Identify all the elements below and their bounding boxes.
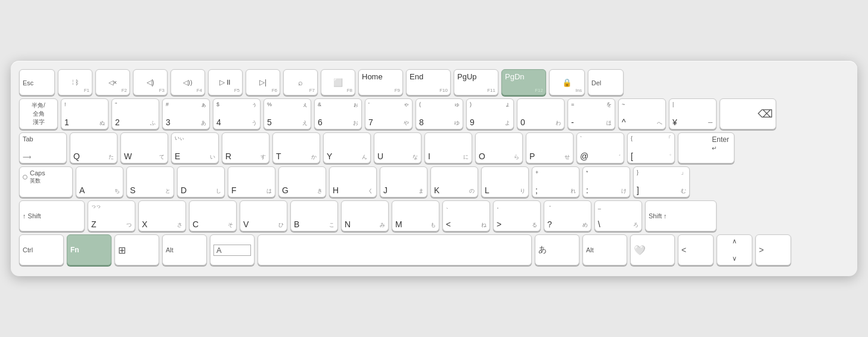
key-h[interactable]: H く [329, 166, 377, 197]
key-8[interactable]: (ゅ 8 ゆ [416, 98, 463, 129]
key-sub: ら [514, 154, 519, 160]
key-ins[interactable]: 🔒 Ins [549, 69, 585, 95]
key-i[interactable]: I に [424, 132, 472, 163]
key-esc[interactable]: Esc [19, 69, 55, 95]
key-z[interactable]: っっ Z つ [88, 200, 135, 231]
key-sub: や [404, 120, 409, 126]
key-sub: つ [126, 222, 132, 228]
key-p[interactable]: P せ [526, 132, 574, 163]
key-9[interactable]: )ょ 9 よ [466, 98, 514, 129]
key-colon[interactable]: * : け [582, 166, 630, 197]
key-fn-label: F7 [309, 88, 315, 93]
key-0[interactable]: 0 わ [517, 98, 565, 129]
key-f[interactable]: F は [228, 166, 275, 197]
key-heart[interactable]: 🤍 [630, 234, 675, 265]
key-r[interactable]: R す [222, 132, 269, 163]
key-6[interactable]: &ぉ 6 お [314, 98, 362, 129]
key-q[interactable]: Q た [70, 132, 117, 163]
key-pgdn[interactable]: PgDn F12 [501, 69, 546, 95]
key-hankaku[interactable]: 半角/全角漢字 [19, 98, 58, 129]
key-home[interactable]: Home F9 [358, 69, 403, 95]
key-muhenkan[interactable]: A [210, 234, 255, 265]
key-fn-label: F8 [347, 88, 352, 93]
key-j[interactable]: J ま [380, 166, 427, 197]
key-pgup[interactable]: PgUp F11 [454, 69, 498, 95]
key-k[interactable]: K の [430, 166, 478, 197]
key-main: H [333, 186, 339, 194]
key-main: N [345, 220, 351, 228]
key-yen[interactable]: | ¥ ー [669, 98, 717, 129]
key-f5[interactable]: ▷⏸ F5 [208, 69, 243, 95]
key-caps[interactable]: Caps英数 [19, 166, 73, 197]
key-main: 4 [216, 118, 221, 126]
key-comma[interactable]: 、 < ね [442, 200, 490, 231]
key-fn[interactable]: Fn [67, 234, 111, 265]
key-3[interactable]: #ぁ 3 あ [162, 98, 210, 129]
key-del[interactable]: Del [588, 69, 624, 95]
key-x[interactable]: X さ [138, 200, 186, 231]
key-main: E [175, 152, 180, 160]
key-icon: ⬜ [333, 78, 343, 87]
key-shift-left[interactable]: ↑ Shift [19, 200, 85, 231]
key-f8[interactable]: ⬜ F8 [321, 69, 355, 95]
key-backslash[interactable]: _ \ ろ [594, 200, 642, 231]
key-semicolon[interactable]: + ; れ [532, 166, 579, 197]
key-a[interactable]: A ち [76, 166, 123, 197]
key-4[interactable]: $ぅ 4 う [213, 98, 261, 129]
key-g[interactable]: G き [278, 166, 326, 197]
key-c[interactable]: C そ [189, 200, 237, 231]
key-tab[interactable]: Tab ⟶ [19, 132, 67, 163]
key-sub: こ [329, 222, 334, 228]
key-period[interactable]: 。 > る [493, 200, 541, 231]
key-d[interactable]: D し [177, 166, 225, 197]
key-alt-right[interactable]: Alt [582, 234, 627, 265]
key-y[interactable]: Y ん [323, 132, 371, 163]
key-f4[interactable]: ◁)) F4 [170, 69, 205, 95]
key-fn-label: F2 [122, 88, 127, 93]
key-arrow-left[interactable]: < [678, 234, 714, 265]
key-main: M [395, 220, 402, 228]
key-m[interactable]: M も [392, 200, 439, 231]
key-u[interactable]: U な [374, 132, 421, 163]
key-top: 'ゃ [368, 101, 409, 108]
key-b[interactable]: B こ [290, 200, 338, 231]
key-v[interactable]: V ひ [240, 200, 287, 231]
key-1[interactable]: ! 1 ぬ [61, 98, 108, 129]
key-minus[interactable]: =を - ほ [568, 98, 615, 129]
key-o[interactable]: O ら [475, 132, 523, 163]
key-f6[interactable]: ▷| F6 [246, 69, 280, 95]
key-7[interactable]: 'ゃ 7 や [365, 98, 413, 129]
key-w[interactable]: W て [120, 132, 168, 163]
key-ctrl[interactable]: Ctrl [19, 234, 64, 265]
key-2[interactable]: " 2 ふ [111, 98, 159, 129]
key-end[interactable]: End F10 [406, 69, 451, 95]
key-win[interactable]: ⊞ [114, 234, 159, 265]
key-l[interactable]: L り [481, 166, 529, 197]
key-shift-right[interactable]: Shift ↑ [645, 200, 717, 231]
key-f2[interactable]: ◁× F2 [95, 69, 130, 95]
key-backspace[interactable]: ⌫ [720, 98, 776, 129]
key-at[interactable]: ` @ ゛ [576, 132, 624, 163]
key-e[interactable]: いぃ E い [171, 132, 219, 163]
key-n[interactable]: N み [341, 200, 389, 231]
key-slash[interactable]: ・ ? め [544, 200, 591, 231]
key-main: ] [637, 186, 639, 194]
key-label: 半角/全角漢字 [32, 101, 45, 126]
key-main: S [130, 186, 135, 194]
key-top: )ょ [470, 101, 510, 108]
key-caret[interactable]: ~ ^ へ [618, 98, 666, 129]
key-alt-left[interactable]: Alt [162, 234, 207, 265]
key-f1[interactable]: ⁞ᛒ F1 [58, 69, 92, 95]
key-s[interactable]: S と [126, 166, 174, 197]
key-space[interactable] [258, 234, 532, 265]
key-enter[interactable]: Enter↵ [678, 132, 734, 163]
key-bracket-close[interactable]: }」 ] む [633, 166, 690, 197]
key-arrow-right[interactable]: > [755, 234, 791, 265]
key-bracket-open[interactable]: {「 [ ゜ [627, 132, 675, 163]
key-t[interactable]: T か [272, 132, 320, 163]
key-henkan[interactable]: あ [535, 234, 579, 265]
key-arrow-updown[interactable]: ∧ ∨ [717, 234, 752, 265]
key-f7[interactable]: ⌕ F7 [283, 69, 318, 95]
key-f3[interactable]: ◁) F3 [133, 69, 168, 95]
key-5[interactable]: %ぇ 5 え [264, 98, 311, 129]
